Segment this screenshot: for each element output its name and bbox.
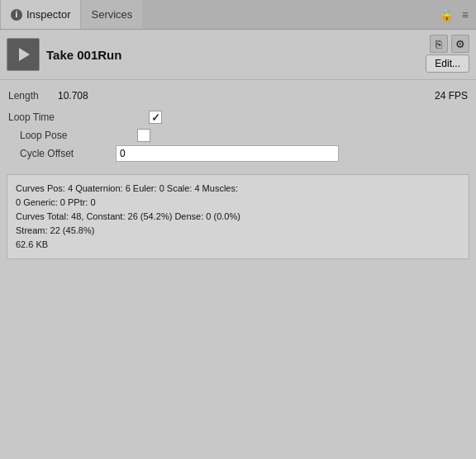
properties-panel: Length 10.708 24 FPS Loop Time Loop Pose… bbox=[0, 80, 476, 168]
info-line-1: Curves Pos: 4 Quaternion: 6 Euler: 0 Sca… bbox=[16, 182, 460, 196]
loop-pose-checkbox[interactable] bbox=[137, 129, 150, 142]
loop-time-checkbox[interactable] bbox=[149, 111, 162, 124]
info-line-3: Curves Total: 48, Constant: 26 (54.2%) D… bbox=[16, 210, 460, 224]
loop-time-row: Loop Time bbox=[8, 108, 468, 126]
loop-pose-row: Loop Pose bbox=[8, 126, 468, 144]
loop-pose-label: Loop Pose bbox=[8, 130, 99, 141]
cycle-offset-row: Cycle Offset bbox=[8, 144, 468, 163]
menu-icon[interactable]: ≡ bbox=[459, 8, 471, 21]
fps-value: 24 FPS bbox=[435, 90, 468, 102]
play-icon bbox=[19, 48, 30, 61]
inspector-tab-icon: i bbox=[11, 9, 22, 21]
header-right: ⎘ ⚙ Edit... bbox=[426, 35, 469, 74]
cycle-offset-label: Cycle Offset bbox=[8, 148, 99, 159]
info-line-2: 0 Generic: 0 PPtr: 0 bbox=[16, 196, 460, 210]
length-label: Length bbox=[8, 90, 58, 102]
header-icon-row: ⎘ ⚙ bbox=[430, 35, 469, 53]
length-value: 10.708 bbox=[58, 90, 107, 102]
tab-services[interactable]: Services bbox=[81, 0, 142, 29]
asset-header: Take 001Run ⎘ ⚙ Edit... bbox=[0, 30, 476, 80]
info-line-5: 62.6 KB bbox=[16, 238, 460, 252]
copy-asset-button[interactable]: ⎘ bbox=[430, 35, 448, 53]
inspector-window: i Inspector Services 🔒 ≡ Take 001Run ⎘ bbox=[0, 0, 476, 459]
settings-icon: ⚙ bbox=[455, 38, 465, 50]
services-tab-label: Services bbox=[91, 8, 132, 21]
info-line-4: Stream: 22 (45.8%) bbox=[16, 224, 460, 238]
copy-icon: ⎘ bbox=[436, 38, 442, 50]
tab-inspector[interactable]: i Inspector bbox=[0, 0, 81, 29]
loop-time-label: Loop Time bbox=[8, 111, 99, 123]
lock-icon[interactable]: 🔒 bbox=[437, 8, 456, 21]
tab-spacer bbox=[142, 0, 436, 29]
edit-button[interactable]: Edit... bbox=[426, 54, 469, 73]
length-row: Length 10.708 24 FPS bbox=[8, 88, 468, 103]
asset-name: Take 001Run bbox=[46, 48, 419, 62]
inspector-tab-label: Inspector bbox=[26, 8, 70, 21]
inspector-content: Take 001Run ⎘ ⚙ Edit... Length 10.708 bbox=[0, 30, 476, 459]
settings-button[interactable]: ⚙ bbox=[451, 35, 469, 53]
tab-actions: 🔒 ≡ bbox=[437, 0, 476, 29]
tab-bar: i Inspector Services 🔒 ≡ bbox=[0, 0, 476, 30]
asset-thumbnail bbox=[7, 38, 40, 71]
info-box: Curves Pos: 4 Quaternion: 6 Euler: 0 Sca… bbox=[7, 174, 469, 259]
cycle-offset-input[interactable] bbox=[116, 145, 339, 162]
